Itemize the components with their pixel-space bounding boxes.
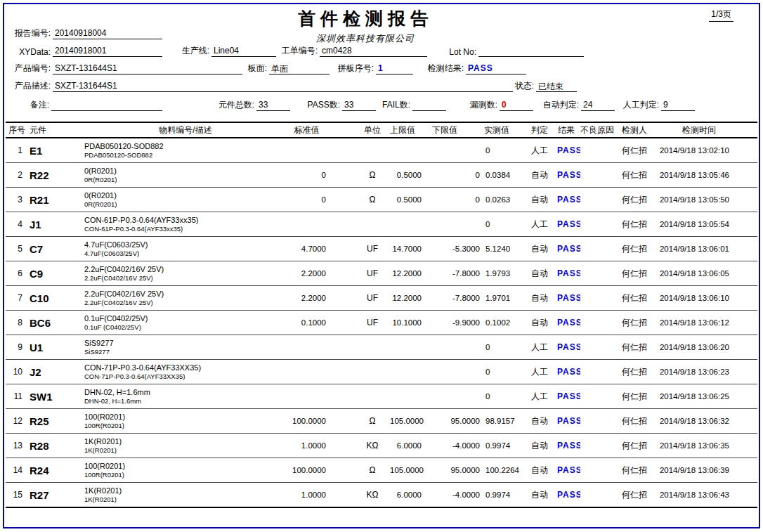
cell-std	[287, 335, 355, 360]
cell-actual: 0	[483, 384, 527, 409]
report-page: 首件检测报告 深圳效率科技有限公司 1/3页 报告编号: 20140918004…	[0, 0, 763, 532]
cell-seq: 3	[6, 188, 30, 212]
cell-result: PASS	[552, 286, 580, 311]
cell-judge: 自动	[527, 188, 552, 212]
cell-inspector: 何仁招	[614, 138, 655, 163]
cell-desc: 1K(R0201)1K(R0201)	[84, 483, 287, 508]
field-auto-judge: 自动判定: 24	[535, 98, 615, 111]
cell-inspector: 何仁招	[614, 212, 655, 237]
col-header-seq: 序号	[6, 122, 30, 138]
cell-time: 2014/9/18 13:05:54	[655, 212, 757, 237]
cell-unit	[355, 212, 390, 237]
cell-desc: 0.1uF(C0402/25V)0.1uF (C0402/25V)	[84, 311, 287, 335]
cell-time: 2014/9/18 13:06:35	[655, 434, 757, 458]
field-production-line: 生产线: Line04	[167, 44, 276, 57]
cell-time: 2014/9/18 13:06:43	[655, 483, 757, 508]
cell-actual: 0.1002	[483, 311, 527, 335]
part-number: 4.7uF(C0603/25V)	[84, 240, 287, 249]
cell-time: 2014/9/18 13:02:10	[655, 138, 757, 163]
cell-lower: -4.0000	[427, 434, 483, 458]
cell-result: PASS	[552, 188, 580, 212]
cell-reason	[580, 212, 614, 237]
field-value: SXZT-131644S1	[53, 80, 513, 92]
cell-upper: 0.5000	[390, 163, 427, 188]
cell-judge: 人工	[527, 138, 552, 163]
cell-time: 2014/9/18 13:05:46	[655, 163, 757, 188]
cell-std: 1.0000	[287, 483, 355, 508]
cell-comp: U1	[30, 335, 84, 360]
cell-unit: KΩ	[355, 434, 390, 458]
cell-unit: Ω	[355, 163, 390, 188]
cell-comp: R22	[30, 163, 84, 188]
cell-judge: 人工	[527, 335, 552, 360]
cell-upper	[390, 384, 427, 409]
col-header-time: 检测时间	[655, 122, 757, 138]
col-header-upper: 上限值	[390, 122, 427, 138]
cell-comp: C9	[30, 261, 84, 286]
cell-reason	[580, 188, 614, 212]
field-total-count: 元件总数: 33	[208, 98, 290, 111]
part-number: 100(R0201)	[84, 462, 287, 471]
cell-unit	[355, 335, 390, 360]
part-description: 4.7uF(C0603/25V)	[84, 249, 287, 258]
col-header-actual: 实测值	[483, 122, 527, 138]
cell-result: PASS	[552, 138, 580, 163]
field-label: 拼板序号:	[329, 63, 376, 74]
field-value: 9	[661, 99, 695, 111]
table-row: 11SW1DHN-02, H=1.6mmDHN-02, H=1.6mm0人工PA…	[6, 384, 757, 409]
cell-seq: 12	[6, 409, 30, 434]
cell-reason	[580, 335, 614, 360]
field-value: 20140918001	[53, 45, 162, 57]
field-test-result: 检测结果: PASS	[420, 62, 526, 74]
part-description: 0.1uF (C0402/25V)	[84, 323, 287, 332]
table-row: 7C102.2uF(C0402/16V 25V)2.2uF(C0402/16V …	[6, 286, 757, 311]
cell-comp: C7	[30, 237, 84, 261]
field-product-no: 产品编号: SXZT-131644S1	[7, 62, 242, 74]
cell-upper: 105.0000	[390, 409, 427, 434]
cell-std: 100.0000	[287, 458, 355, 483]
cell-upper: 12.2000	[390, 286, 427, 311]
cell-comp: R27	[30, 483, 84, 508]
field-label: XYData:	[7, 47, 53, 57]
field-remark: 备注:	[7, 98, 162, 111]
field-label: PASS数:	[301, 99, 342, 111]
cell-seq: 10	[6, 360, 30, 384]
cell-reason	[580, 286, 614, 311]
cell-reason	[580, 138, 614, 163]
field-product-desc: 产品描述: SXZT-131644S1	[7, 79, 513, 92]
cell-upper	[390, 212, 427, 237]
cell-upper: 14.7000	[390, 237, 427, 261]
page-number-link[interactable]: 1/3页	[709, 8, 733, 22]
field-label: 工单编号:	[261, 45, 320, 57]
cell-desc: 0(R0201)0R(R0201)	[84, 188, 287, 212]
cell-upper: 12.2000	[390, 261, 427, 286]
cell-judge: 人工	[527, 360, 552, 384]
cell-lower: -7.8000	[427, 261, 483, 286]
table-row: 8BC60.1uF(C0402/25V)0.1uF (C0402/25V)0.1…	[6, 311, 757, 335]
part-description: CON-61P-P0.3-0.64(AYF33xx35)	[84, 225, 287, 233]
cell-inspector: 何仁招	[614, 237, 655, 261]
col-header-reason: 不良原因	[580, 122, 614, 138]
cell-lower: 95.0000	[427, 458, 483, 483]
cell-std: 2.2000	[287, 261, 355, 286]
cell-lower	[427, 335, 483, 360]
part-description: 1K(R0201)	[84, 495, 287, 504]
cell-desc: 4.7uF(C0603/25V)4.7uF(C0603/25V)	[84, 237, 287, 261]
cell-comp: BC6	[30, 311, 84, 335]
field-label: 人工判定:	[615, 99, 661, 111]
cell-inspector: 何仁招	[614, 188, 655, 212]
table-row: 5C74.7uF(C0603/25V)4.7uF(C0603/25V)4.700…	[6, 237, 757, 261]
cell-lower	[427, 212, 483, 237]
cell-actual: 1.9793	[483, 261, 527, 286]
cell-time: 2014/9/18 13:06:25	[655, 384, 757, 409]
cell-result: PASS	[552, 434, 580, 458]
cell-desc: SiS9277SiS9277	[84, 335, 287, 360]
cell-upper: 10.1000	[390, 311, 427, 335]
cell-lower	[427, 360, 483, 384]
field-label: 生产线:	[167, 45, 211, 57]
field-value: 单面	[269, 63, 330, 74]
cell-time: 2014/9/18 13:06:39	[655, 458, 757, 483]
field-pass-count: PASS数: 33	[301, 98, 376, 111]
inspection-table: 序号元件物料编号/描述标准值单位上限值下限值实测值判定结果不良原因检测人检测时间…	[6, 122, 757, 508]
col-header-judge: 判定	[527, 122, 552, 138]
